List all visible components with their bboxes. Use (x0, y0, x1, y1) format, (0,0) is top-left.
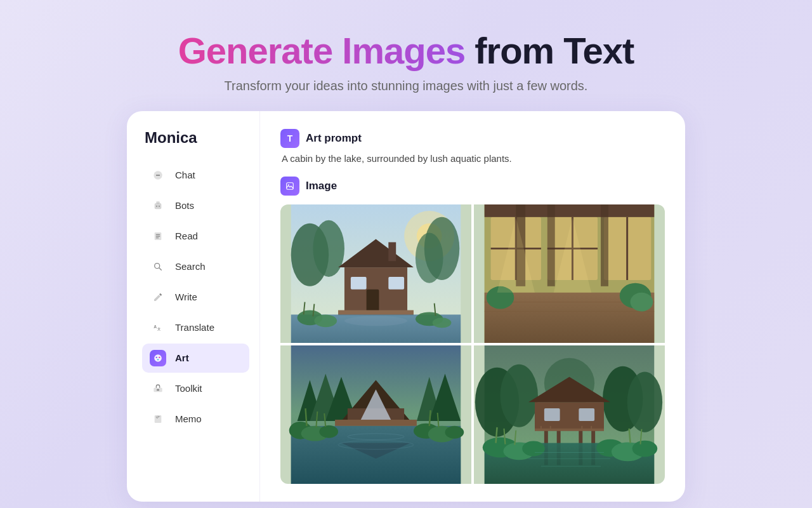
toolkit-label: Toolkit (175, 383, 202, 394)
sidebar-item-art[interactable]: Art (142, 344, 249, 373)
svg-point-7 (159, 205, 160, 206)
image-cell-2[interactable] (474, 204, 665, 343)
svg-rect-5 (156, 201, 159, 203)
art-label: Art (175, 352, 189, 363)
svg-rect-60 (547, 204, 555, 286)
image-cell-4[interactable] (474, 345, 665, 484)
search-label: Search (175, 261, 206, 272)
svg-point-41 (314, 314, 337, 327)
svg-point-115 (522, 441, 545, 456)
svg-rect-35 (351, 277, 367, 290)
svg-point-18 (159, 356, 160, 358)
page-title: Generate Images from Text (178, 30, 634, 71)
sidebar-item-chat[interactable]: Chat (142, 161, 249, 190)
svg-point-84 (445, 426, 464, 439)
chat-label: Chat (175, 170, 195, 180)
image-grid (280, 204, 665, 484)
title-gradient-part: Generate Images (178, 30, 465, 71)
image-section-title: Image (306, 180, 337, 192)
svg-point-3 (159, 175, 160, 176)
prompt-section-title: Art prompt (306, 132, 362, 145)
translate-icon: A 文 (150, 319, 166, 336)
svg-rect-58 (485, 204, 655, 217)
svg-point-29 (313, 220, 344, 277)
main-card: Monica Chat Bots (127, 111, 685, 502)
sidebar-item-search[interactable]: Search (142, 252, 249, 281)
svg-rect-111 (579, 408, 594, 421)
sidebar: Monica Chat Bots (127, 111, 260, 502)
sidebar-item-read[interactable]: Read (142, 222, 249, 251)
sidebar-item-write[interactable]: Write (142, 283, 249, 312)
page-header: Generate Images from Text Transform your… (178, 0, 634, 111)
svg-point-47 (344, 316, 407, 326)
svg-text:A: A (154, 324, 157, 329)
image-cell-1[interactable] (280, 204, 471, 343)
svg-rect-37 (367, 290, 379, 312)
svg-point-19 (157, 359, 159, 360)
svg-point-31 (416, 232, 443, 283)
image-section-header: Image (280, 177, 665, 196)
prompt-text: A cabin by the lake, surrounded by lush … (280, 153, 665, 164)
image-section-icon (280, 177, 299, 196)
bots-label: Bots (175, 200, 194, 211)
svg-point-24 (288, 184, 289, 185)
write-label: Write (175, 291, 197, 302)
sidebar-item-toolkit[interactable]: Toolkit (142, 374, 249, 403)
svg-point-95 (501, 364, 538, 427)
art-icon (150, 350, 166, 366)
chat-icon (150, 167, 166, 184)
bots-icon (150, 197, 166, 214)
svg-rect-36 (388, 277, 404, 290)
svg-rect-110 (544, 408, 560, 421)
read-icon (150, 228, 166, 244)
translate-label: Translate (175, 322, 214, 333)
svg-point-118 (632, 440, 658, 457)
svg-rect-34 (388, 242, 396, 261)
title-dark-part: from Text (465, 30, 634, 71)
sidebar-logo: Monica (142, 129, 249, 147)
prompt-section-header: T Art prompt (280, 129, 665, 148)
svg-text:文: 文 (157, 327, 160, 331)
image-cell-3[interactable] (280, 345, 471, 484)
sidebar-item-memo[interactable]: Memo (142, 404, 249, 434)
svg-point-6 (156, 205, 157, 206)
prompt-section-icon: T (280, 129, 299, 148)
svg-point-17 (156, 356, 157, 358)
content-area: T Art prompt A cabin by the lake, surrou… (260, 111, 685, 502)
svg-point-1 (156, 175, 157, 176)
sidebar-item-bots[interactable]: Bots (142, 191, 249, 220)
search-icon (150, 258, 166, 275)
svg-rect-105 (535, 429, 604, 431)
read-label: Read (175, 231, 198, 241)
svg-point-66 (631, 293, 653, 312)
svg-rect-4 (155, 203, 162, 209)
svg-point-16 (154, 354, 162, 362)
memo-icon (150, 411, 166, 427)
svg-rect-21 (157, 389, 159, 391)
svg-point-12 (155, 263, 160, 268)
svg-point-81 (319, 425, 338, 438)
sidebar-item-translate[interactable]: A 文 Translate (142, 313, 249, 342)
memo-label: Memo (175, 413, 202, 424)
svg-rect-77 (335, 420, 417, 426)
svg-point-2 (157, 175, 159, 176)
svg-point-97 (627, 371, 662, 432)
page-subtitle: Transform your ideas into stunning image… (178, 79, 634, 93)
toolkit-icon (150, 380, 166, 397)
svg-line-13 (159, 268, 161, 270)
svg-rect-38 (338, 310, 414, 315)
svg-point-43 (433, 318, 452, 328)
write-icon (150, 289, 166, 305)
svg-rect-61 (601, 204, 608, 286)
